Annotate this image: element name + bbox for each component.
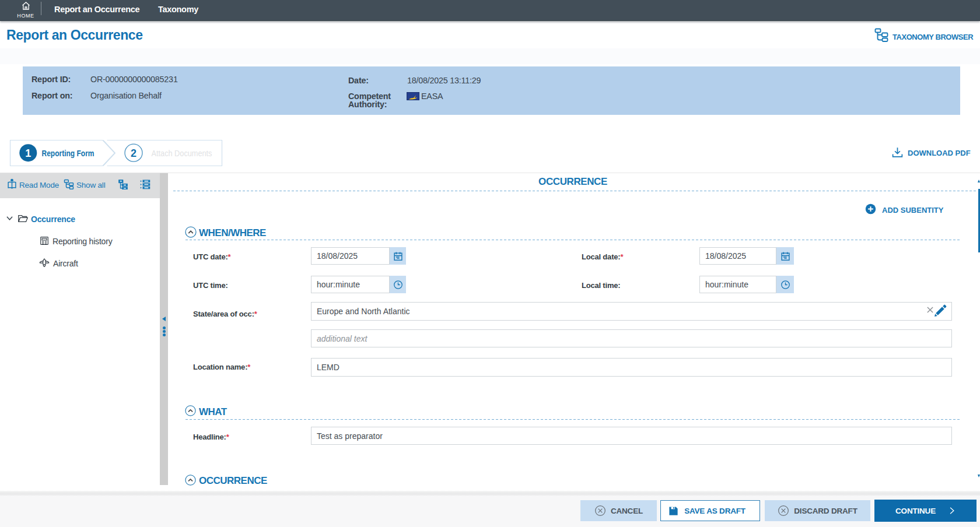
svg-text:Reporting Form: Reporting Form xyxy=(42,149,94,158)
svg-text:1: 1 xyxy=(25,147,31,159)
svg-text:2: 2 xyxy=(131,147,136,159)
svg-text:Attach Documents: Attach Documents xyxy=(152,149,212,158)
